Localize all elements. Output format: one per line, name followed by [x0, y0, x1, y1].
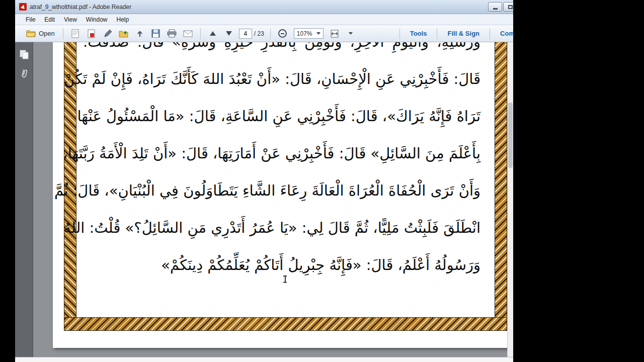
maximize-icon — [508, 5, 513, 9]
pdf-page[interactable]: وَرُسُلِهِ، وَالْيَوْمِ الْآخِرِ، وَتُؤْ… — [53, 42, 507, 348]
minimize-icon — [493, 8, 498, 10]
menu-item[interactable]: Edit — [40, 15, 59, 25]
toolbar-separator — [200, 28, 201, 39]
page-display-icon[interactable] — [344, 28, 357, 40]
content-area: وَرُسُلِهِ، وَالْيَوْمِ الْآخِرِ، وَتُؤْ… — [15, 42, 513, 357]
vertical-scrollbar[interactable] — [507, 42, 513, 357]
zoom-level-dropdown[interactable]: 107% — [294, 28, 324, 39]
desktop-background: atraf_9_wtholthiat.pdf - Adobe Reader Fi… — [0, 0, 644, 362]
arabic-text-block: وَرُسُلِهِ، وَالْيَوْمِ الْآخِرِ، وَتُؤْ… — [83, 42, 480, 284]
convert-pdf-icon[interactable] — [85, 28, 98, 40]
titlebar: atraf_9_wtholthiat.pdf - Adobe Reader — [15, 0, 513, 14]
arabic-text-line: قَالَ: فَأَخْبِرْنِي عَنِ الْإِحْسَانِ، … — [83, 60, 480, 98]
dropdown-caret-icon — [316, 32, 320, 35]
page-up-icon[interactable] — [206, 28, 219, 40]
toolbar-right-group: Tools Fill & Sign Comment — [395, 28, 513, 39]
page-down-icon[interactable] — [222, 28, 235, 40]
adobe-reader-window: atraf_9_wtholthiat.pdf - Adobe Reader Fi… — [15, 0, 513, 362]
menu-item[interactable]: Window — [82, 15, 112, 25]
comment-button[interactable]: Comment — [494, 28, 513, 39]
fit-width-icon[interactable] — [328, 28, 341, 40]
arabic-text-line: وَرُسُلِهِ، وَالْيَوْمِ الْآخِرِ، وَتُؤْ… — [83, 42, 480, 60]
print-icon[interactable] — [166, 28, 179, 40]
toolbar-separator — [399, 28, 400, 39]
zoom-out-icon[interactable] — [276, 28, 289, 40]
text-cursor-icon — [283, 276, 287, 283]
menu-item[interactable]: View — [59, 15, 82, 25]
maximize-button[interactable] — [503, 2, 513, 12]
save-icon[interactable] — [149, 28, 163, 40]
arabic-text-line: وَأَنْ تَرَى الْحُفَاةَ الْعُرَاةَ الْعَ… — [83, 172, 480, 209]
arabic-text-line: وَرَسُولُهُ أَعْلَمُ، قَالَ: «فَإِنَّهُ … — [83, 246, 480, 284]
open-folder-icon — [26, 30, 36, 37]
scrollbar-thumb[interactable] — [508, 103, 513, 168]
document-canvas[interactable]: وَرُسُلِهِ، وَالْيَوْمِ الْآخِرِ، وَتُؤْ… — [33, 42, 507, 357]
toolbar-separator — [270, 28, 271, 39]
toolbar-separator — [437, 28, 437, 39]
arabic-text-line: انْطَلَقَ فَلَبِثْتُ مَلِيًّا، ثُمَّ قَا… — [83, 209, 480, 246]
fill-sign-button[interactable]: Fill & Sign — [441, 28, 486, 39]
arabic-text-line: بِأَعْلَمَ مِنَ السَّائِلِ» قَالَ: فَأَخ… — [83, 135, 480, 172]
page-thumbnails-icon[interactable] — [19, 49, 29, 59]
navigation-pane — [15, 42, 33, 357]
attachments-paperclip-icon[interactable] — [20, 68, 29, 79]
upload-icon[interactable] — [133, 28, 146, 40]
zoom-value: 107% — [297, 30, 312, 37]
email-icon[interactable] — [182, 28, 195, 40]
share-folder-icon[interactable] — [117, 28, 130, 40]
dropdown-caret-icon — [349, 32, 353, 35]
adobe-reader-app-icon — [19, 3, 27, 11]
menu-item[interactable]: File — [21, 15, 40, 25]
minimize-button[interactable] — [488, 2, 502, 12]
menu-item[interactable]: Help — [112, 15, 134, 25]
ornament-border-bottom — [64, 318, 507, 330]
page-total-label: / 23 — [254, 30, 264, 37]
window-controls — [488, 2, 513, 12]
toolbar-separator — [63, 28, 63, 39]
arabic-text-line: تَرَاهُ فَإِنَّهُ يَرَاكَ»، قَالَ: فَأَخ… — [83, 98, 480, 135]
toolbar: Open — [15, 25, 513, 42]
tools-button[interactable]: Tools — [404, 28, 433, 39]
edit-pen-icon[interactable] — [101, 28, 114, 40]
page-number-input[interactable] — [239, 29, 252, 39]
menu-bar: FileEditViewWindowHelp — [15, 14, 513, 25]
toolbar-separator — [490, 28, 490, 39]
open-button[interactable]: Open — [22, 28, 59, 39]
ornament-border-right — [495, 42, 507, 330]
open-label: Open — [39, 30, 55, 37]
document-icon[interactable] — [69, 28, 82, 40]
window-title: atraf_9_wtholthiat.pdf - Adobe Reader — [30, 4, 131, 11]
window-bottom-bar — [15, 357, 513, 362]
